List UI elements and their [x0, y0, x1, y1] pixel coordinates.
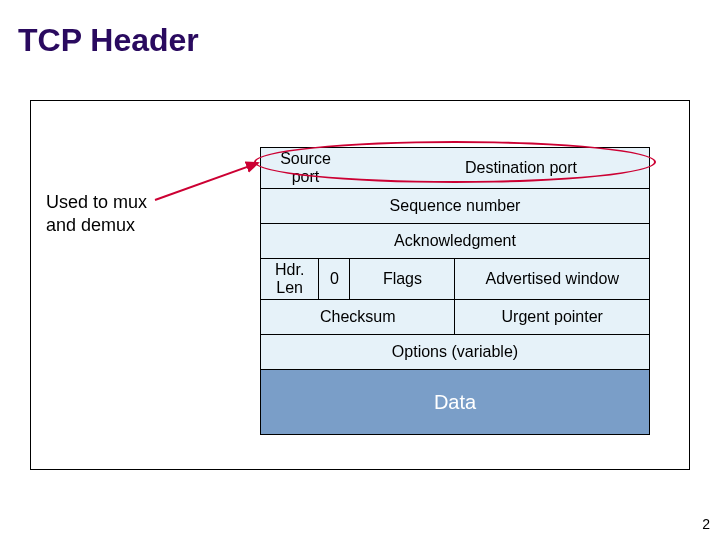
page-number: 2 [702, 516, 710, 532]
cell-sequence-number: Sequence number [261, 189, 650, 224]
cell-acknowledgment: Acknowledgment [261, 224, 650, 259]
cell-reserved-zero: 0 [319, 259, 350, 300]
table-row: Options (variable) [261, 335, 650, 370]
table-row: Data [261, 370, 650, 435]
cell-advertised-window: Advertised window [455, 259, 650, 300]
cell-urgent-pointer: Urgent pointer [455, 300, 650, 335]
annotation-line1: Used to mux [46, 192, 147, 212]
cell-data: Data [261, 370, 650, 435]
table-row: Sequence number [261, 189, 650, 224]
cell-spacer [350, 148, 455, 189]
table-row: Acknowledgment [261, 224, 650, 259]
cell-source-port: Source port [261, 148, 350, 189]
cell-flags: Flags [350, 259, 455, 300]
table-row: Checksum Urgent pointer [261, 300, 650, 335]
annotation-mux-demux: Used to mux and demux [46, 191, 147, 236]
cell-hdrlen: Hdr. Len [261, 259, 319, 300]
cell-options: Options (variable) [261, 335, 650, 370]
table-row: Hdr. Len 0 Flags Advertised window [261, 259, 650, 300]
cell-dest-port: Destination port [455, 148, 650, 189]
cell-checksum: Checksum [261, 300, 455, 335]
annotation-line2: and demux [46, 215, 135, 235]
slide-title: TCP Header [18, 22, 199, 59]
tcp-header-table: Source port Destination port Sequence nu… [260, 147, 650, 435]
table-row: Source port Destination port [261, 148, 650, 189]
